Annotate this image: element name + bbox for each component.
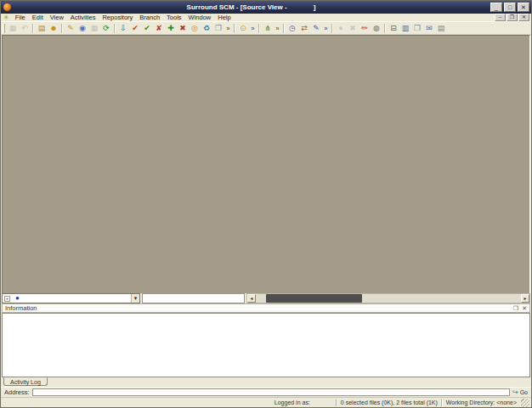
source-view-bottom-row: + ● ▼ ◄ ►: [1, 293, 531, 303]
toolbar-separator: [234, 24, 235, 33]
new-repository-button[interactable]: ▤: [37, 23, 47, 34]
close-button[interactable]: ✕: [518, 3, 529, 12]
menu-file[interactable]: File: [12, 14, 29, 22]
menu-activities[interactable]: Activities: [67, 14, 99, 22]
status-separator: [336, 399, 337, 406]
address-label: Address:: [4, 388, 30, 396]
get-files-button[interactable]: ⇩: [118, 23, 128, 34]
child-minimize-button[interactable]: –: [495, 14, 506, 21]
find-button[interactable]: ◍: [371, 23, 382, 34]
stop-button[interactable]: ●: [336, 23, 346, 34]
maximize-button[interactable]: □: [504, 3, 516, 12]
working-directory-button[interactable]: ✎: [65, 23, 76, 34]
undo-check-out-button[interactable]: ✘: [154, 23, 164, 34]
go-button[interactable]: ↪ Go: [512, 388, 528, 396]
dropdown-arrow-icon[interactable]: ▼: [131, 294, 139, 303]
undo-button[interactable]: ↶: [20, 23, 30, 34]
menu-help[interactable]: Help: [214, 14, 234, 22]
web-view-button[interactable]: ◉: [77, 23, 88, 34]
more-branch-actions-chevron[interactable]: »: [274, 23, 280, 34]
address-input[interactable]: [32, 388, 510, 396]
lock-button[interactable]: ⊙: [238, 23, 248, 34]
tree-expander-icon[interactable]: +: [4, 296, 10, 302]
scroll-left-button[interactable]: ◄: [247, 294, 256, 303]
branch-icon: ●: [15, 294, 20, 303]
title-bar: Surround SCM - [Source View - ] _ □ ✕: [1, 1, 531, 14]
annotate-button[interactable]: ✏: [359, 23, 370, 34]
copy-button[interactable]: ❐: [412, 23, 422, 34]
status-separator: [441, 399, 443, 406]
scroll-right-button[interactable]: ►: [521, 294, 529, 303]
add-files-button[interactable]: ✚: [166, 23, 176, 34]
menu-window[interactable]: Window: [185, 14, 215, 22]
address-bar: Address: ↪ Go: [1, 387, 531, 397]
menu-tools[interactable]: Tools: [163, 14, 185, 22]
float-panel-icon[interactable]: ❐: [513, 304, 518, 312]
go-label: Go: [520, 389, 528, 395]
mdi-workspace: [2, 35, 530, 293]
toolbar: ▦↶▤☻✎◉▦⟳⇩✔✔✘✚✖◎♻❐»⊙»⋔»◷⇄✎»●✖✏◍⊟▥❐✉▤: [1, 22, 531, 35]
info-panel-title: Information: [5, 304, 37, 312]
menu-items: FileEditViewActivitiesRepositoryBranchTo…: [12, 14, 235, 22]
child-restore-button[interactable]: ❐: [507, 14, 518, 21]
delete-button[interactable]: ✖: [348, 23, 358, 34]
toolbar-handle[interactable]: [3, 24, 5, 33]
share-button[interactable]: ❐: [213, 23, 224, 34]
toolbar-separator: [331, 24, 333, 33]
surround-scm-window: Surround SCM - [Source View - ] _ □ ✕ ✳ …: [0, 0, 532, 408]
resize-grip[interactable]: [521, 399, 529, 407]
more-view-actions-chevron[interactable]: »: [323, 23, 329, 34]
user-button[interactable]: ☻: [48, 23, 59, 34]
child-close-button[interactable]: ✕: [518, 14, 529, 21]
bottom-tab-bar: Activity Log: [1, 377, 531, 387]
menu-view[interactable]: View: [47, 14, 67, 22]
check-out-button[interactable]: ✔: [130, 23, 140, 34]
print-button[interactable]: ⊟: [388, 23, 399, 34]
minimize-button[interactable]: _: [490, 3, 502, 12]
history-button[interactable]: ◷: [287, 23, 297, 34]
address-book-button[interactable]: ▤: [436, 23, 446, 34]
toolbar-separator: [114, 24, 116, 33]
horizontal-scrollbar[interactable]: ◄ ►: [246, 293, 530, 303]
check-in-button[interactable]: ✔: [142, 23, 152, 34]
menu-bar: ✳ FileEditViewActivitiesRepositoryBranch…: [1, 14, 531, 22]
close-panel-icon[interactable]: ✕: [522, 304, 527, 312]
menu-branch[interactable]: Branch: [136, 14, 163, 22]
toolbar-separator: [258, 24, 260, 33]
scrollbar-thumb[interactable]: [266, 294, 362, 303]
empty-field: [142, 293, 245, 303]
more-file-actions-chevron[interactable]: »: [225, 23, 231, 34]
toolbar-separator: [61, 24, 63, 33]
more-lock-actions-chevron[interactable]: »: [250, 23, 256, 34]
menu-repository[interactable]: Repository: [99, 14, 136, 22]
go-arrow-icon: ↪: [512, 388, 518, 396]
edit-file-button[interactable]: ✎: [311, 23, 321, 34]
scrollbar-track[interactable]: [256, 294, 521, 303]
menu-edit[interactable]: Edit: [29, 14, 47, 22]
grid-view-button[interactable]: ▦: [89, 23, 99, 34]
email-button[interactable]: ✉: [424, 23, 434, 34]
status-logged-in: Logged in as:: [274, 400, 310, 405]
window-title: Surround SCM - [Source View - ]: [14, 3, 489, 11]
promote-button[interactable]: ♻: [201, 23, 212, 34]
report-button[interactable]: ▥: [400, 23, 410, 34]
info-panel-header: Information ❐ ✕: [2, 303, 530, 313]
differences-button[interactable]: ⇄: [299, 23, 309, 34]
branch-button[interactable]: ⋔: [263, 23, 273, 34]
toolbar-separator: [32, 24, 34, 33]
tab-activity-log[interactable]: Activity Log: [3, 377, 48, 386]
toolbar-separator: [283, 24, 285, 33]
status-bar: Logged in as: 0 selected files (0K), 2 f…: [1, 397, 531, 407]
info-panel-controls: ❐ ✕: [513, 304, 527, 312]
remove-files-button[interactable]: ✖: [178, 23, 188, 34]
label-button[interactable]: ◎: [190, 23, 200, 34]
status-file-counts: 0 selected files (0K), 2 files total (1K…: [341, 400, 438, 405]
status-working-directory: Working Directory: <none>: [446, 400, 517, 405]
info-panel-content: [2, 313, 530, 377]
toolbar-separator: [384, 24, 386, 33]
child-window-icon: ✳: [3, 14, 9, 22]
columns-view-button[interactable]: ▦: [8, 23, 18, 34]
app-icon: [3, 3, 11, 11]
refresh-button[interactable]: ⟳: [101, 23, 111, 34]
branch-selector[interactable]: + ● ▼: [2, 293, 140, 303]
